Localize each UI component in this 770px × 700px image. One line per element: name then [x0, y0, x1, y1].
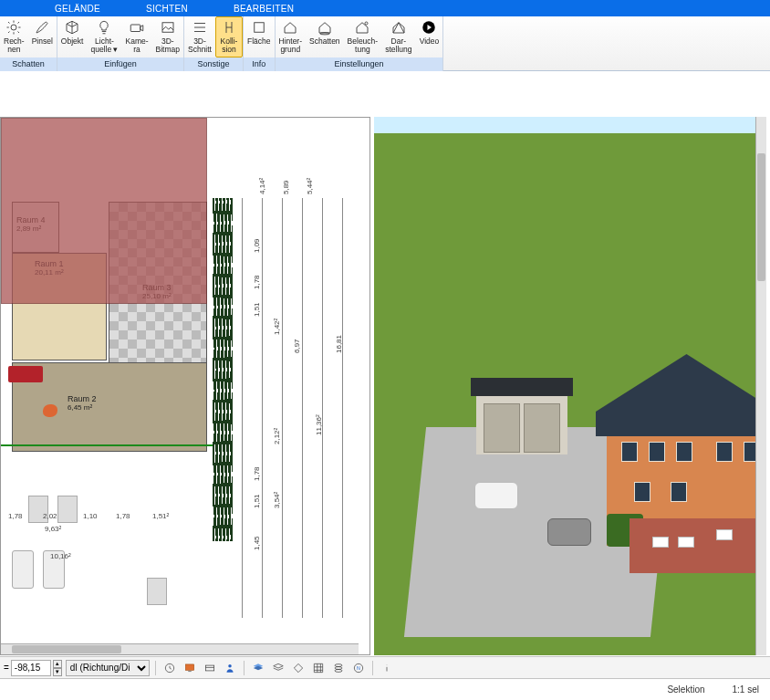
car-3d-silver[interactable] — [547, 518, 591, 546]
history-icon[interactable] — [161, 660, 178, 676]
svg-text:N: N — [357, 664, 360, 670]
patio-chair-1[interactable] — [652, 537, 669, 548]
tab-bearbeiten[interactable]: BEARBEITEN — [234, 4, 294, 14]
floorplan-scrollbar-h[interactable] — [1, 643, 359, 654]
terrace[interactable] — [1, 118, 207, 304]
objekt-label: Objekt — [61, 37, 84, 46]
kamera-label: Kame- ra — [125, 37, 148, 54]
scrollbar-thumb[interactable] — [12, 645, 121, 653]
value-spinner[interactable]: ▲ ▼ — [53, 660, 62, 676]
svg-point-12 — [320, 33, 330, 35]
ribbon-group-schatten: Rech- nen Pinsel Schatten — [0, 16, 57, 71]
patio-chair-3[interactable] — [716, 529, 733, 540]
3d-scrollbar-v[interactable] — [755, 117, 766, 655]
stack-icon[interactable] — [330, 660, 347, 676]
bitmap-label: 3D- Bitmap — [156, 37, 180, 54]
card-icon[interactable] — [202, 660, 218, 676]
dim-r-11: 1,45 — [253, 536, 261, 550]
garage-door-2 — [524, 403, 560, 453]
room-2-area: 6,45 m² — [68, 403, 92, 412]
equals-label: = — [4, 663, 9, 673]
window-6 — [634, 482, 650, 502]
monitor-icon[interactable] — [182, 660, 198, 676]
dim-h-0: 1,78 — [8, 512, 23, 520]
svg-rect-11 — [255, 23, 265, 33]
darstellung-label: Dar- stellung — [385, 37, 411, 54]
spin-up[interactable]: ▲ — [53, 660, 62, 668]
north-icon[interactable]: N — [350, 660, 367, 676]
beleuchtung-label: Beleuch- tung — [348, 37, 379, 54]
rechnen-button[interactable]: Rech- nen — [0, 16, 28, 57]
layers-icon[interactable] — [250, 660, 266, 676]
pinsel-button[interactable]: Pinsel — [28, 16, 57, 57]
section-line[interactable] — [1, 444, 213, 446]
brush-icon — [33, 18, 51, 37]
lounger-2[interactable] — [57, 496, 78, 523]
hintergrund-button[interactable]: Hinter- grund — [276, 16, 307, 57]
bulb-icon — [95, 18, 113, 37]
garage-roof — [471, 378, 573, 396]
beanbag-furniture[interactable] — [43, 404, 57, 417]
svg-rect-18 — [188, 670, 192, 671]
spin-down[interactable]: ▼ — [53, 668, 62, 676]
patio-chair-2[interactable] — [678, 537, 694, 548]
lounger-3[interactable] — [147, 578, 167, 605]
kamera-button[interactable]: Kame- ra — [121, 16, 151, 57]
car-2d-1[interactable] — [12, 550, 34, 589]
garage-door-1 — [484, 403, 520, 453]
ribbon-toolbar: Rech- nen Pinsel Schatten Objekt Licht- … — [0, 16, 770, 71]
tab-sichten[interactable]: SICHTEN — [146, 4, 188, 14]
dim-r-8: 1,78 — [253, 466, 261, 481]
tab-gelaende[interactable]: GELÄNDE — [55, 4, 100, 14]
group-label-sonstige: Sonstige — [184, 57, 243, 71]
grid-icon[interactable] — [310, 660, 327, 676]
lichtquelle-button[interactable]: Licht- quelle ▾ — [87, 16, 121, 57]
dim-h-4: 1,51² — [152, 512, 169, 520]
house-wire-icon — [390, 18, 408, 37]
room-2-name: Raum 2 — [68, 394, 97, 403]
dim-top-1: 5,89 — [282, 180, 290, 194]
house[interactable] — [607, 354, 766, 546]
layers-outline-icon[interactable] — [270, 660, 286, 676]
image-icon — [159, 18, 177, 37]
person-icon[interactable] — [222, 660, 238, 676]
status-selection: Selektion — [667, 684, 704, 695]
floorplan-view[interactable]: Raum 4 2,89 m² Raum 1 20,11 m² Raum 3 25… — [0, 117, 370, 655]
house-roof — [596, 354, 766, 436]
svg-line-7 — [18, 22, 20, 24]
garage[interactable] — [476, 391, 567, 454]
beleuchtung-button[interactable]: Beleuch- tung — [344, 16, 382, 57]
window-2 — [649, 442, 665, 462]
svg-line-6 — [18, 32, 20, 34]
diamond-icon[interactable] — [290, 660, 307, 676]
3d-view[interactable] — [374, 117, 766, 655]
dim-r-4: 6,97 — [293, 339, 301, 353]
play-icon — [420, 18, 438, 37]
bitmap-button[interactable]: 3D- Bitmap — [152, 16, 183, 57]
dim-top-0: 4,14² — [258, 178, 266, 194]
flaeche-button[interactable]: Fläche — [244, 16, 275, 57]
schatten-set-button[interactable]: Schatten — [306, 16, 344, 57]
objekt-button[interactable]: Objekt — [57, 16, 88, 57]
sofa-furniture[interactable] — [8, 366, 43, 382]
group-label-einfuegen: Einfügen — [57, 57, 183, 71]
video-button[interactable]: Video — [415, 16, 442, 57]
car-3d-white[interactable] — [474, 482, 518, 509]
separator — [155, 661, 156, 675]
pinsel-label: Pinsel — [32, 37, 53, 46]
window-4 — [716, 442, 733, 462]
schnitt-button[interactable]: 3D- Schnitt — [184, 16, 215, 57]
scrollbar-thumb[interactable] — [757, 153, 765, 281]
dim-r-9: 1,51 — [253, 494, 261, 508]
value-input[interactable] — [11, 660, 51, 676]
direction-select[interactable]: dl (Richtung/Di — [66, 660, 150, 676]
dim-r-5: 16,81 — [335, 335, 343, 353]
video-label: Video — [420, 37, 440, 46]
info-icon[interactable] — [379, 660, 395, 676]
darstellung-button[interactable]: Dar- stellung — [381, 16, 415, 57]
kollision-button[interactable]: Kolli- sion — [215, 16, 243, 57]
cube-icon — [63, 18, 81, 37]
svg-line-8 — [8, 32, 10, 34]
house-shadow-icon — [316, 18, 334, 37]
svg-rect-9 — [130, 25, 140, 32]
